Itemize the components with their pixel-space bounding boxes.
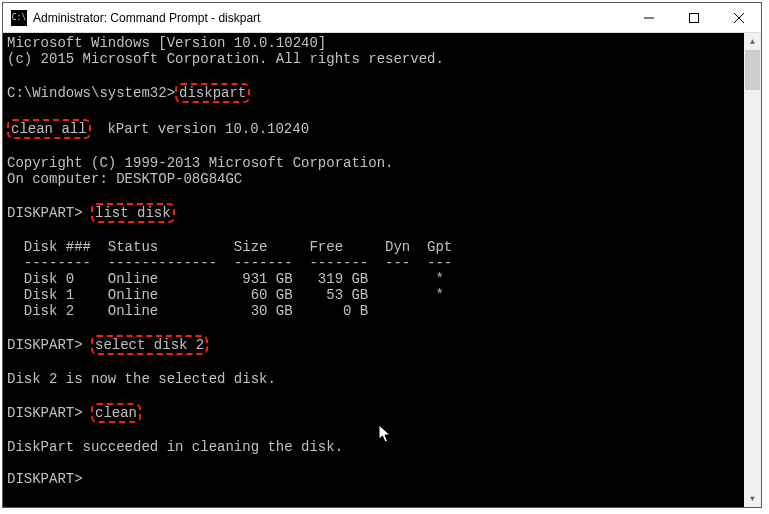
terminal-output[interactable]: Microsoft Windows [Version 10.0.10240] (…: [3, 33, 744, 507]
cmd-icon: C:\: [11, 10, 27, 26]
scroll-thumb[interactable]: [745, 50, 760, 90]
output-line: Copyright (C) 1999-2013 Microsoft Corpor…: [7, 155, 393, 171]
scroll-up-icon[interactable]: ▲: [744, 33, 761, 50]
titlebar[interactable]: C:\ Administrator: Command Prompt - disk…: [3, 3, 761, 33]
table-divider: -------- ------------- ------- ------- -…: [7, 255, 452, 271]
highlight-diskpart: diskpart: [175, 83, 250, 103]
highlight-select-disk: select disk 2: [91, 335, 208, 355]
window-controls: [626, 3, 761, 32]
table-row: Disk 2 Online 30 GB 0 B: [7, 303, 368, 319]
svg-rect-1: [689, 13, 698, 22]
output-line: (c) 2015 Microsoft Corporation. All righ…: [7, 51, 444, 67]
table-row: Disk 1 Online 60 GB 53 GB *: [7, 287, 444, 303]
window-title: Administrator: Command Prompt - diskpart: [33, 11, 626, 25]
vertical-scrollbar[interactable]: ▲ ▼: [744, 33, 761, 507]
close-button[interactable]: [716, 3, 761, 32]
highlight-clean: clean: [91, 403, 141, 423]
table-header: Disk ### Status Size Free Dyn Gpt: [7, 239, 452, 255]
output-line: Microsoft Windows [Version 10.0.10240]: [7, 35, 326, 51]
terminal-area: Microsoft Windows [Version 10.0.10240] (…: [3, 33, 761, 507]
output-line: kPart version 10.0.10240: [91, 121, 309, 137]
command-prompt-window: C:\ Administrator: Command Prompt - disk…: [2, 2, 762, 508]
prompt: DISKPART>: [7, 471, 83, 487]
scroll-down-icon[interactable]: ▼: [744, 490, 761, 507]
maximize-button[interactable]: [671, 3, 716, 32]
prompt: C:\Windows\system32>: [7, 85, 175, 101]
highlight-clean-all: clean all: [7, 119, 91, 139]
minimize-button[interactable]: [626, 3, 671, 32]
prompt: DISKPART>: [7, 205, 91, 221]
prompt: DISKPART>: [7, 337, 91, 353]
highlight-list-disk: list disk: [91, 203, 175, 223]
prompt: DISKPART>: [7, 405, 91, 421]
output-line: DiskPart succeeded in cleaning the disk.: [7, 439, 343, 455]
output-line: On computer: DESKTOP-08G84GC: [7, 171, 242, 187]
output-line: Disk 2 is now the selected disk.: [7, 371, 276, 387]
table-row: Disk 0 Online 931 GB 319 GB *: [7, 271, 444, 287]
